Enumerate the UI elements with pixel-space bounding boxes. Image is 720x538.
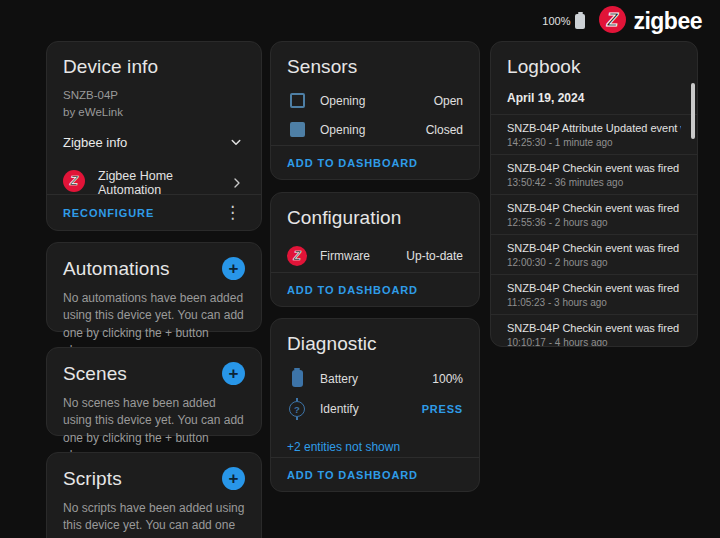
configuration-card: Configuration Z Firmware Up-to-date ADD … bbox=[270, 192, 480, 307]
diagnostic-add-to-dashboard-button[interactable]: ADD TO DASHBOARD bbox=[287, 469, 418, 481]
scripts-empty-text: No scripts have been added using this de… bbox=[63, 500, 245, 538]
entity-name: Firmware bbox=[320, 249, 393, 263]
logbook-entry-time: 13:50:42 - 36 minutes ago bbox=[507, 177, 681, 188]
battery-icon bbox=[292, 370, 303, 387]
battery-status: 100% bbox=[542, 14, 585, 29]
window-closed-icon bbox=[290, 122, 305, 137]
reconfigure-button[interactable]: RECONFIGURE bbox=[63, 207, 154, 219]
logbook-date-header: April 19, 2024 bbox=[507, 91, 681, 105]
sensors-card: Sensors Opening Open Opening Closed ADD … bbox=[270, 41, 480, 180]
logbook-scrollbar-thumb[interactable] bbox=[691, 83, 695, 139]
logbook-entry-message: SNZB-04P Checkin event was fired bbox=[507, 322, 681, 334]
automations-card: Automations + No automations have been a… bbox=[46, 242, 262, 332]
scenes-title: Scenes bbox=[63, 363, 127, 385]
logbook-entry-time: 14:25:30 - 1 minute ago bbox=[507, 137, 681, 148]
add-automation-button[interactable]: + bbox=[222, 257, 245, 280]
logbook-entry[interactable]: SNZB-04P Checkin event was fired 12:55:3… bbox=[491, 194, 697, 234]
entity-name: Opening bbox=[320, 94, 421, 108]
svg-text:Z: Z bbox=[69, 173, 79, 188]
chevron-right-icon bbox=[229, 175, 245, 191]
zigbee-icon: Z bbox=[287, 244, 307, 268]
scenes-card: Scenes + No scenes have been added using… bbox=[46, 347, 262, 436]
automations-title: Automations bbox=[63, 258, 170, 280]
sensors-title: Sensors bbox=[287, 56, 463, 78]
window-open-icon bbox=[290, 93, 305, 108]
device-page: 100% Z zigbee Device info SNZB-04P by eW… bbox=[0, 0, 720, 538]
configuration-title: Configuration bbox=[287, 207, 463, 229]
logbook-entry-list: SNZB-04P Attribute Updated event was fir… bbox=[491, 114, 697, 347]
battery-icon bbox=[575, 14, 585, 29]
zigbee-info-expander[interactable]: Zigbee info bbox=[63, 133, 245, 151]
sensors-add-to-dashboard-button[interactable]: ADD TO DASHBOARD bbox=[287, 157, 418, 169]
diagnostic-title: Diagnostic bbox=[287, 333, 463, 355]
entity-row-battery[interactable]: Battery 100% bbox=[287, 363, 463, 394]
scripts-title: Scripts bbox=[63, 468, 122, 490]
entity-name: Identify bbox=[320, 402, 409, 416]
zigbee-info-label: Zigbee info bbox=[63, 135, 127, 150]
logbook-entry[interactable]: SNZB-04P Checkin event was fired 13:50:4… bbox=[491, 154, 697, 194]
zigbee-logo-icon: Z bbox=[599, 6, 626, 37]
zigbee-icon: Z bbox=[63, 170, 85, 196]
diagnostic-card: Diagnostic Battery 100% ? Identify PRESS… bbox=[270, 318, 480, 492]
logbook-entry-message: SNZB-04P Checkin event was fired bbox=[507, 242, 681, 254]
logbook-entry-time: 11:05:23 - 3 hours ago bbox=[507, 297, 681, 308]
add-script-button[interactable]: + bbox=[222, 467, 245, 490]
logbook-card: Logbook April 19, 2024 SNZB-04P Attribut… bbox=[490, 41, 698, 347]
logbook-entry-message: SNZB-04P Attribute Updated event was fir… bbox=[507, 122, 681, 134]
logbook-entry-message: SNZB-04P Checkin event was fired bbox=[507, 162, 681, 174]
zigbee-brand: Z zigbee bbox=[599, 6, 702, 37]
logbook-entry[interactable]: SNZB-04P Checkin event was fired 11:05:2… bbox=[491, 274, 697, 314]
logbook-entry[interactable]: SNZB-04P Checkin event was fired 10:10:1… bbox=[491, 314, 697, 347]
logbook-entry[interactable]: SNZB-04P Attribute Updated event was fir… bbox=[491, 114, 697, 154]
integration-link[interactable]: Z Zigbee Home Automation bbox=[63, 169, 245, 197]
entity-row-opening-closed[interactable]: Opening Closed bbox=[287, 115, 463, 144]
device-info-title: Device info bbox=[63, 56, 245, 78]
entities-not-shown-link[interactable]: +2 entities not shown bbox=[287, 440, 400, 454]
device-info-card: Device info SNZB-04P by eWeLink Zigbee i… bbox=[46, 41, 262, 231]
brand-name: zigbee bbox=[633, 8, 702, 35]
logbook-entry-message: SNZB-04P Checkin event was fired bbox=[507, 202, 681, 214]
entity-value: Open bbox=[434, 94, 463, 108]
topbar: 100% Z zigbee bbox=[542, 6, 702, 36]
chevron-down-icon bbox=[227, 133, 245, 151]
battery-percent-label: 100% bbox=[542, 15, 570, 27]
entity-name: Opening bbox=[320, 123, 413, 137]
entity-value: Up-to-date bbox=[406, 249, 463, 263]
overflow-menu-icon[interactable]: ⋮ bbox=[220, 204, 245, 221]
device-model: SNZB-04P bbox=[63, 88, 245, 103]
svg-text:Z: Z bbox=[292, 249, 301, 263]
configuration-add-to-dashboard-button[interactable]: ADD TO DASHBOARD bbox=[287, 284, 418, 296]
logbook-entry-time: 12:00:30 - 2 hours ago bbox=[507, 257, 681, 268]
entity-row-opening-open[interactable]: Opening Open bbox=[287, 86, 463, 115]
entity-value: 100% bbox=[432, 372, 463, 386]
identify-icon: ? bbox=[289, 401, 305, 417]
entity-row-identify[interactable]: ? Identify PRESS bbox=[287, 394, 463, 424]
entity-row-firmware[interactable]: Z Firmware Up-to-date bbox=[287, 237, 463, 275]
press-button[interactable]: PRESS bbox=[422, 403, 463, 415]
logbook-title: Logbook bbox=[507, 56, 681, 78]
logbook-entry-time: 10:10:17 - 4 hours ago bbox=[507, 337, 681, 347]
logbook-entry-time: 12:55:36 - 2 hours ago bbox=[507, 217, 681, 228]
entity-name: Battery bbox=[320, 372, 419, 386]
logbook-entry[interactable]: SNZB-04P Checkin event was fired 12:00:3… bbox=[491, 234, 697, 274]
integration-name: Zigbee Home Automation bbox=[98, 169, 216, 197]
svg-text:Z: Z bbox=[606, 9, 619, 29]
device-manufacturer: by eWeLink bbox=[63, 105, 245, 120]
logbook-entry-message: SNZB-04P Checkin event was fired bbox=[507, 282, 681, 294]
scripts-card: Scripts + No scripts have been added usi… bbox=[46, 452, 262, 538]
entity-value: Closed bbox=[426, 123, 463, 137]
add-scene-button[interactable]: + bbox=[222, 362, 245, 385]
